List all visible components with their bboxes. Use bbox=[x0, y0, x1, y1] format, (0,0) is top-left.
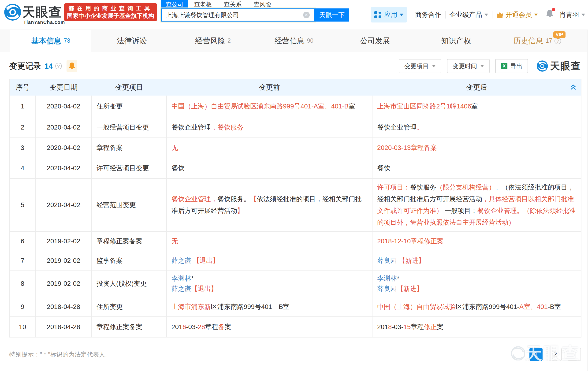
person-link[interactable]: 李渊林 bbox=[171, 275, 191, 282]
section-title: 变更记录 bbox=[9, 61, 41, 72]
filter-change-time-button[interactable]: 变更时间 bbox=[447, 59, 490, 73]
person-link[interactable]: 李渊林 bbox=[377, 275, 397, 282]
person-link[interactable]: 薛之谦 bbox=[171, 257, 191, 264]
cell-after: 许可项目：餐饮服务（限分支机构经营）。（依法须经批准的项目，经相关部门批准后方可… bbox=[372, 178, 581, 231]
cell-change-date: 2020-04-02 bbox=[35, 138, 92, 158]
export-button[interactable]: X导出 bbox=[495, 59, 528, 73]
person-link[interactable]: 薛良园 bbox=[377, 257, 397, 264]
cell-after: 餐饮企业管理。 bbox=[372, 117, 581, 138]
col-header-after: 变更后 bbox=[372, 79, 581, 96]
cell-before: 餐饮企业管理，餐饮服务 bbox=[167, 117, 372, 138]
nav-tab-法律诉讼[interactable]: 法律诉讼 bbox=[91, 30, 172, 52]
table-row-1: 12020-04-02住所变更中国（上海）自由贸易试验区浦东南路999号401-… bbox=[10, 96, 581, 117]
cell-after: 李渊林*薛良园【新进】 bbox=[372, 270, 581, 297]
user-menu[interactable]: 肖青羽 bbox=[559, 10, 585, 19]
filter-change-item-button[interactable]: 变更项目 bbox=[399, 59, 441, 73]
section-count: 14 bbox=[44, 62, 53, 71]
cell-before: 餐饮 bbox=[167, 158, 372, 178]
nav-tab-知识产权[interactable]: 知识产权 bbox=[416, 30, 497, 52]
cell-change-item: 许可经营项目变更 bbox=[92, 158, 167, 178]
cell-change-date: 2020-04-02 bbox=[35, 178, 92, 231]
cell-change-date: 2019-02-02 bbox=[35, 270, 92, 297]
cell-before: 2016-03-28章程备案 bbox=[167, 317, 372, 337]
cell-after: 2018-12-10章程修正案 bbox=[372, 231, 581, 251]
cell-index: 9 bbox=[10, 297, 35, 317]
brand-name[interactable]: 天眼查 bbox=[22, 4, 62, 21]
company-nav-tabs: 基本信息73法律诉讼经营风险2经营信息90公司发展知识产权历史信息17?VIP bbox=[0, 30, 588, 52]
person-link[interactable]: 薛之谦 bbox=[171, 285, 191, 292]
search-tab-boss[interactable]: 查老板 bbox=[188, 0, 218, 9]
table-row-7: 72019-02-02监事备案薛之谦 【退出】薛良园 【新进】 bbox=[10, 251, 581, 270]
cell-before: 中国（上海）自由贸易试验区浦东南路999号401-A室、401-B室 bbox=[167, 96, 372, 117]
person-link[interactable]: 薛良园 bbox=[377, 285, 397, 292]
tianyancha-logo-icon[interactable] bbox=[4, 3, 21, 23]
apps-grid-icon bbox=[374, 11, 381, 18]
clear-search-icon[interactable]: ✕ bbox=[303, 12, 310, 18]
header-menu: 应用 商务合作 企业级产品 开通会员 肖青羽 bbox=[371, 0, 585, 30]
cell-before: 无 bbox=[167, 138, 372, 158]
cell-change-item: 监事备案 bbox=[92, 251, 167, 270]
scrollbar-track[interactable] bbox=[587, 0, 588, 361]
search-box: ✕ bbox=[161, 9, 315, 21]
apps-button[interactable]: 应用 bbox=[371, 7, 407, 22]
search-tab-relation[interactable]: 查关系 bbox=[218, 0, 248, 9]
cell-change-date: 2020-04-02 bbox=[35, 117, 92, 138]
table-row-3: 32020-04-02章程备案无2020-03-13章程备案 bbox=[10, 138, 581, 158]
search-tab-risk[interactable]: 查风险 bbox=[248, 0, 277, 9]
table-row-6: 62019-02-02章程修正案备案无2018-12-10章程修正案 bbox=[10, 231, 581, 251]
cell-change-item: 投资人(股权)变更 bbox=[92, 270, 167, 297]
nav-tab-基本信息[interactable]: 基本信息73 bbox=[10, 30, 91, 52]
cell-change-item: 章程修正案备案 bbox=[92, 317, 167, 337]
search-button[interactable]: 天眼一下 bbox=[315, 9, 349, 21]
cell-after: 2020-03-13章程备案 bbox=[372, 138, 581, 158]
search-tab-company[interactable]: 查公司 bbox=[161, 0, 188, 9]
cell-change-date: 2018-04-28 bbox=[35, 317, 92, 337]
table-row-9: 92018-04-28住所变更上海市浦东新区浦东南路999号401－B室中国（上… bbox=[10, 297, 581, 317]
nav-tab-历史信息[interactable]: 历史信息17?VIP bbox=[497, 30, 578, 52]
cell-index: 10 bbox=[10, 317, 35, 337]
crown-icon bbox=[496, 11, 504, 18]
subscribe-bell-icon[interactable] bbox=[66, 60, 77, 72]
cell-change-item: 经营范围变更 bbox=[92, 178, 167, 231]
cell-change-item: 章程备案 bbox=[92, 138, 167, 158]
help-icon[interactable]: ? bbox=[55, 63, 62, 69]
cell-index: 4 bbox=[10, 158, 35, 178]
tianyancha-watermark-logo: 天眼查 bbox=[536, 60, 581, 72]
brand-domain: TianYanCha.com bbox=[23, 20, 65, 25]
table-header-row: 序号 变更日期 变更项目 变更前 变更后 bbox=[10, 79, 581, 96]
excel-icon: X bbox=[501, 63, 507, 69]
page-button-2[interactable]: 2 bbox=[549, 348, 562, 361]
menu-business-cooperation[interactable]: 商务合作 bbox=[415, 10, 441, 19]
cell-after: 餐饮 bbox=[372, 158, 581, 178]
special-note: 特别提示："＊"标识的为法定代表人。 bbox=[9, 350, 111, 359]
top-header: 天眼查 TianYanCha.com 都在用的商业查询工具 国家中小企业发展子基… bbox=[0, 0, 588, 30]
search-input[interactable] bbox=[166, 10, 292, 20]
col-header-index: 序号 bbox=[10, 79, 35, 96]
search-type-tabs: 查公司 查老板 查关系 查风险 bbox=[161, 0, 277, 9]
cell-after: 上海市宝山区同济路2号1幢1406室 bbox=[372, 96, 581, 117]
vip-badge: VIP bbox=[553, 31, 566, 38]
promo-banner: 都在用的商业查询工具 国家中小企业发展子基金旗下机构 bbox=[64, 3, 157, 21]
cell-change-date: 2019-02-02 bbox=[35, 231, 92, 251]
nav-tab-经营信息[interactable]: 经营信息90 bbox=[253, 30, 335, 52]
next-page-button[interactable]: › bbox=[568, 348, 581, 361]
page-button-1[interactable]: 1 bbox=[529, 348, 543, 361]
col-header-before: 变更前 bbox=[167, 79, 372, 96]
cell-change-date: 2019-02-02 bbox=[35, 251, 92, 270]
cell-index: 8 bbox=[10, 270, 35, 297]
collapse-icon[interactable] bbox=[570, 84, 576, 92]
cell-change-item: 章程修正案备案 bbox=[92, 231, 167, 251]
nav-tab-经营风险[interactable]: 经营风险2 bbox=[172, 30, 253, 52]
cell-change-item: 住所变更 bbox=[92, 96, 167, 117]
cell-change-date: 2018-04-28 bbox=[35, 297, 92, 317]
menu-open-vip[interactable]: 开通会员 bbox=[496, 10, 538, 19]
notifications-bell-icon[interactable] bbox=[546, 9, 554, 20]
menu-enterprise-product[interactable]: 企业级产品 bbox=[449, 10, 488, 19]
cell-before: 薛之谦 【退出】 bbox=[167, 251, 372, 270]
cell-before: 李渊林*薛之谦【退出】 bbox=[167, 270, 372, 297]
cell-before: 无 bbox=[167, 231, 372, 251]
table-row-5: 52020-04-02经营范围变更餐饮企业管理，餐饮服务。【依法须经批准的项目，… bbox=[10, 178, 581, 231]
nav-tab-公司发展[interactable]: 公司发展 bbox=[335, 30, 416, 52]
table-row-8: 82019-02-02投资人(股权)变更李渊林*薛之谦【退出】李渊林*薛良园【新… bbox=[10, 270, 581, 297]
cell-after: 2018-03-15章程修正案 bbox=[372, 317, 581, 337]
